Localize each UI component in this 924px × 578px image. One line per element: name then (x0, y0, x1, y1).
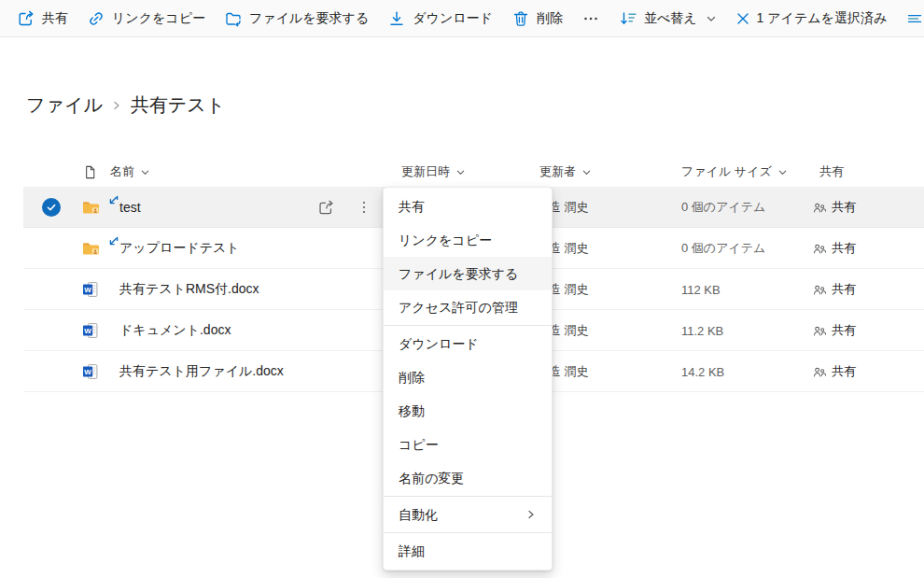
shared-folder-icon (81, 228, 101, 269)
breadcrumb-current-folder[interactable]: 共有テスト (131, 92, 225, 118)
selection-count-label: 1 アイテムを選択済み (757, 10, 888, 27)
check-circle-icon (42, 198, 61, 217)
chevron-right-icon (525, 509, 537, 520)
menu-item-share[interactable]: 共有 (384, 190, 552, 223)
sharing-status[interactable]: 共有 (812, 269, 856, 310)
more-icon (581, 9, 600, 28)
request-files-button-label: ファイルを要求する (249, 10, 369, 27)
people-icon (812, 283, 826, 297)
column-header-name[interactable]: 名前 (110, 157, 150, 187)
download-button-label: ダウンロード (413, 10, 493, 27)
svg-text:W: W (84, 286, 91, 294)
row-more-icon[interactable] (357, 187, 371, 228)
svg-text:W: W (84, 368, 91, 376)
table-header: 名前 更新日時 更新者 ファイル サイズ 共有 (23, 157, 924, 187)
menu-item-request-files[interactable]: ファイルを要求する (384, 257, 552, 290)
menu-divider (384, 532, 552, 533)
chevron-down-icon (140, 167, 150, 177)
row-selected-checkbox[interactable] (35, 187, 68, 228)
breadcrumb: ファイル 共有テスト (26, 92, 225, 118)
view-list-icon (905, 9, 924, 28)
copy-link-button[interactable]: リンクをコピー (77, 4, 215, 34)
column-header-sharing[interactable]: 共有 (819, 157, 844, 187)
menu-item-copy-link[interactable]: リンクをコピー (384, 223, 552, 257)
sharing-status-label: 共有 (832, 363, 856, 380)
chevron-down-icon (455, 167, 466, 177)
menu-item-rename[interactable]: 名前の変更 (384, 461, 552, 495)
column-header-modified[interactable]: 更新日時 (401, 157, 466, 187)
shared-folder-icon (81, 187, 101, 228)
modified-by: 造 潤史 (549, 187, 589, 228)
file-name[interactable]: test (119, 187, 141, 228)
breadcrumb-chevron-icon (110, 99, 123, 112)
column-header-modified-by[interactable]: 更新者 (539, 157, 592, 187)
menu-divider (384, 496, 552, 497)
file-name[interactable]: アップロードテスト (119, 228, 240, 269)
row-share-icon[interactable] (317, 187, 335, 228)
people-icon (812, 324, 826, 338)
link-icon (87, 9, 105, 28)
sort-button[interactable]: 並べ替え (609, 4, 726, 34)
share-button[interactable]: 共有 (7, 4, 77, 34)
menu-divider (384, 325, 552, 326)
modified-by: 造 潤史 (549, 228, 589, 269)
new-indicator-icon (107, 234, 119, 251)
modified-by: 造 潤史 (549, 269, 589, 310)
chevron-down-icon (706, 13, 717, 24)
file-size: 11.2 KB (681, 310, 723, 351)
menu-item-copy[interactable]: コピー (384, 428, 552, 461)
download-button[interactable]: ダウンロード (378, 4, 502, 34)
delete-button-label: 削除 (537, 10, 563, 27)
delete-icon (511, 9, 530, 28)
sharing-status[interactable]: 共有 (812, 228, 856, 269)
share-icon (17, 9, 35, 28)
column-header-file-size[interactable]: ファイル サイズ (681, 157, 788, 187)
menu-item-details[interactable]: 詳細 (384, 534, 552, 568)
file-size: 112 KB (681, 269, 721, 310)
word-file-icon: W (81, 269, 100, 310)
modified-by: 造 潤史 (549, 351, 589, 392)
file-name[interactable]: 共有テスト用ファイル.docx (119, 351, 284, 392)
chevron-down-icon (581, 167, 592, 177)
sharing-status-label: 共有 (832, 240, 856, 257)
file-name[interactable]: ドキュメント.docx (119, 310, 231, 351)
breadcrumb-files[interactable]: ファイル (26, 92, 103, 118)
file-name[interactable]: 共有テストRMS付.docx (119, 269, 259, 310)
clear-selection-button[interactable]: 1 アイテムを選択済み (726, 4, 897, 34)
command-bar: 共有 リンクをコピー ファイルを要求する (0, 0, 924, 37)
sharing-status[interactable]: 共有 (812, 187, 856, 228)
modified-by: 造 潤史 (549, 310, 589, 351)
people-icon (812, 201, 826, 215)
menu-item-delete[interactable]: 削除 (384, 360, 552, 394)
file-type-column-icon[interactable] (82, 157, 98, 187)
menu-item-manage-access[interactable]: アクセス許可の管理 (384, 290, 552, 324)
request-files-button[interactable]: ファイルを要求する (215, 4, 378, 34)
dismiss-icon (735, 11, 750, 26)
view-options-button[interactable] (896, 4, 924, 34)
sharing-status-label: 共有 (832, 322, 856, 339)
sharing-status[interactable]: 共有 (812, 310, 856, 351)
sharing-status-label: 共有 (832, 281, 856, 298)
download-icon (387, 9, 406, 28)
people-icon (812, 242, 826, 256)
delete-button[interactable]: 削除 (502, 4, 572, 34)
request-files-icon (224, 9, 243, 28)
new-indicator-icon (107, 193, 119, 210)
word-file-icon: W (81, 310, 100, 351)
menu-item-automate[interactable]: 自動化 (384, 498, 552, 531)
menu-item-download[interactable]: ダウンロード (384, 327, 552, 360)
sharing-status[interactable]: 共有 (812, 351, 856, 392)
more-commands-button[interactable] (572, 4, 609, 34)
context-menu: 共有 リンクをコピー ファイルを要求する アクセス許可の管理 ダウンロード 削除… (383, 187, 553, 571)
sort-icon (619, 9, 637, 28)
sharing-status-label: 共有 (832, 199, 856, 216)
svg-text:W: W (84, 327, 91, 335)
file-size: 0 個のアイテム (681, 228, 765, 269)
sort-button-label: 並べ替え (644, 10, 697, 27)
people-icon (812, 365, 826, 379)
word-file-icon: W (81, 351, 100, 392)
menu-item-move[interactable]: 移動 (384, 394, 552, 428)
file-size: 14.2 KB (681, 351, 724, 392)
copy-link-button-label: リンクをコピー (112, 10, 205, 27)
onedrive-file-browser: 共有 リンクをコピー ファイルを要求する (0, 0, 924, 578)
